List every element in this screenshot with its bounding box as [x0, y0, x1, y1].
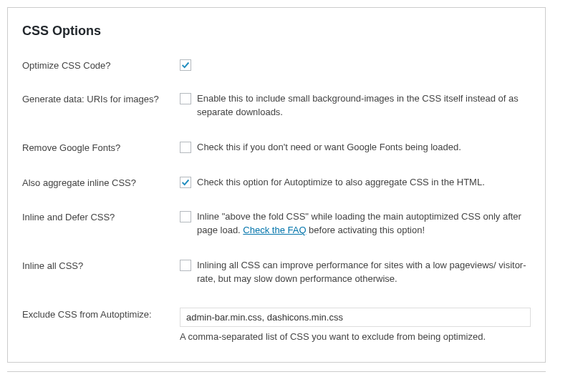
divider	[7, 371, 546, 372]
label-aggregate-inline: Also aggregate inline CSS?	[22, 176, 180, 188]
checkbox-data-uris[interactable]	[180, 93, 191, 104]
label-inline-defer: Inline and Defer CSS?	[22, 210, 180, 222]
exclude-css-input[interactable]	[180, 308, 531, 327]
row-data-uris: Generate data: URIs for images? Enable t…	[22, 92, 531, 119]
checkbox-aggregate-inline[interactable]	[180, 177, 191, 188]
checkbox-remove-google-fonts[interactable]	[180, 142, 191, 153]
row-inline-defer: Inline and Defer CSS? Inline "above the …	[22, 210, 531, 237]
row-inline-all: Inline all CSS? Inlining all CSS can imp…	[22, 259, 531, 286]
checkbox-inline-defer[interactable]	[180, 211, 191, 222]
desc-inline-defer: Inline "above the fold CSS" while loadin…	[197, 210, 531, 237]
checkbox-inline-all[interactable]	[180, 260, 191, 271]
row-optimize-css: Optimize CSS Code?	[22, 59, 531, 71]
check-faq-link[interactable]: Check the FAQ	[243, 225, 306, 235]
checkmark-icon	[180, 60, 191, 70]
desc-data-uris: Enable this to include small background-…	[197, 92, 531, 119]
desc-inline-all: Inlining all CSS can improve performance…	[197, 259, 531, 286]
desc-aggregate-inline: Check this option for Autoptimize to als…	[197, 176, 485, 190]
desc-remove-google-fonts: Check this if you don't need or want Goo…	[197, 141, 461, 155]
label-optimize-css: Optimize CSS Code?	[22, 59, 180, 71]
label-remove-google-fonts: Remove Google Fonts?	[22, 141, 180, 153]
panel-title: CSS Options	[22, 24, 531, 39]
row-exclude-css: Exclude CSS from Autoptimize: A comma-se…	[22, 308, 531, 342]
row-aggregate-inline: Also aggregate inline CSS? Check this op…	[22, 176, 531, 190]
css-options-panel: CSS Options Optimize CSS Code? Generate …	[7, 7, 546, 363]
label-data-uris: Generate data: URIs for images?	[22, 92, 180, 104]
exclude-css-help: A comma-separated list of CSS you want t…	[180, 331, 531, 342]
row-remove-google-fonts: Remove Google Fonts? Check this if you d…	[22, 141, 531, 155]
label-inline-all: Inline all CSS?	[22, 259, 180, 271]
checkmark-icon	[180, 177, 191, 187]
checkbox-optimize-css[interactable]	[180, 59, 191, 71]
label-exclude-css: Exclude CSS from Autoptimize:	[22, 308, 180, 320]
